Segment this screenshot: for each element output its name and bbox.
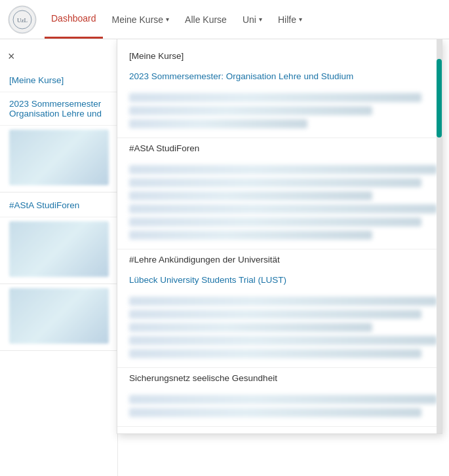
nav-item-alle-kurse[interactable]: Alle Kurse [178,0,233,39]
dropdown-item-meine-kurse-header[interactable]: [Meine Kurse] [117,46,442,66]
nav-item-uni[interactable]: Uni ▾ [236,0,269,39]
blurred-line [129,297,437,306]
sidebar-section-extra [0,288,117,351]
blurred-line [129,165,437,174]
nav-item-meine-kurse[interactable]: Meine Kurse ▾ [106,0,176,39]
nav-label-hilfe: Hilfe [278,14,296,25]
sidebar-label-sommer2023: 2023 Sommersemester Organisation Lehre u… [9,99,102,119]
blurred-line [129,119,307,128]
nav-label-uni: Uni [243,14,256,25]
dropdown-blurred-group-3 [117,290,442,368]
sidebar-label-meine-kurse: [Meine Kurse] [9,75,64,85]
dropdown-label-sicherungsnetz: Sicherungsnetz seelische Gesundheit [129,373,277,383]
sidebar: × [Meine Kurse] 2023 Sommersemester Orga… [0,39,118,476]
sidebar-section-meine-kurse: [Meine Kurse] 2023 Sommersemester Organi… [0,69,117,192]
blurred-line [129,191,372,200]
meine-kurse-dropdown: [Meine Kurse] 2023 Sommersemester: Organ… [117,39,442,434]
svg-text:UzL: UzL [17,17,28,24]
sidebar-thumbnail-1 [9,130,109,185]
blurred-line [129,310,421,319]
dropdown-item-asta-header[interactable]: #AStA StudiForen [117,138,442,158]
sidebar-thumbnail-2 [9,221,109,277]
scrollbar-thumb[interactable] [437,59,442,137]
blurred-line [129,408,421,417]
scrollbar[interactable] [437,39,442,433]
dropdown-label-sommer2023: 2023 Sommersemester: Organisation Lehre … [129,71,353,81]
blurred-line [129,106,372,115]
nav-item-dashboard[interactable]: Dashboard [45,0,103,39]
nav-item-hilfe[interactable]: Hilfe ▾ [271,0,309,39]
dropdown-item-lehre-header[interactable]: #Lehre Ankündigungen der Universität [117,249,442,270]
dropdown-blurred-group-2 [117,158,442,249]
page-layout: × [Meine Kurse] 2023 Sommersemester Orga… [0,39,449,476]
blurred-line [129,395,437,404]
sidebar-thumbnail-3 [9,288,109,344]
dropdown-item-sicherungsnetz-header[interactable]: Sicherungsnetz seelische Gesundheit [117,368,442,388]
dropdown-label-lust: Lübeck University Students Trial (LUST) [129,275,286,285]
blurred-line [129,349,421,358]
dropdown-label-asta: #AStA StudiForen [129,143,199,153]
chevron-down-icon-uni: ▾ [259,16,262,23]
sidebar-item-sommer2023[interactable]: 2023 Sommersemester Organisation Lehre u… [0,92,117,126]
blurred-line [129,323,372,332]
blurred-line [129,178,421,187]
sidebar-label-asta: #AStA StudiForen [9,200,79,210]
sidebar-close-button[interactable]: × [0,45,117,69]
dropdown-item-lust[interactable]: Lübeck University Students Trial (LUST) [117,270,442,290]
nav-links: Dashboard Meine Kurse ▾ Alle Kurse Uni ▾… [45,0,309,39]
blurred-line [129,204,437,213]
dropdown-label-lehre: #Lehre Ankündigungen der Universität [129,255,280,265]
blurred-line [129,217,421,227]
dropdown-blurred-group-4 [117,388,442,427]
blurred-line [129,230,372,240]
nav-label-dashboard: Dashboard [51,13,96,24]
dropdown-label-meine-kurse: [Meine Kurse] [129,51,184,61]
nav-label-meine-kurse: Meine Kurse [112,14,164,25]
blurred-line [129,93,421,102]
sidebar-section-asta: #AStA StudiForen [0,194,117,284]
university-logo[interactable]: UzL [8,5,37,34]
chevron-down-icon-hilfe: ▾ [299,16,302,23]
blurred-line [129,336,437,345]
chevron-down-icon: ▾ [166,16,169,23]
navbar: UzL Dashboard Meine Kurse ▾ Alle Kurse U… [0,0,449,39]
dropdown-blurred-group-1 [117,86,442,138]
sidebar-item-asta[interactable]: #AStA StudiForen [0,194,117,217]
sidebar-item-meine-kurse-header[interactable]: [Meine Kurse] [0,69,117,92]
dropdown-item-sommer2023[interactable]: 2023 Sommersemester: Organisation Lehre … [117,66,442,86]
nav-label-alle-kurse: Alle Kurse [185,14,227,25]
